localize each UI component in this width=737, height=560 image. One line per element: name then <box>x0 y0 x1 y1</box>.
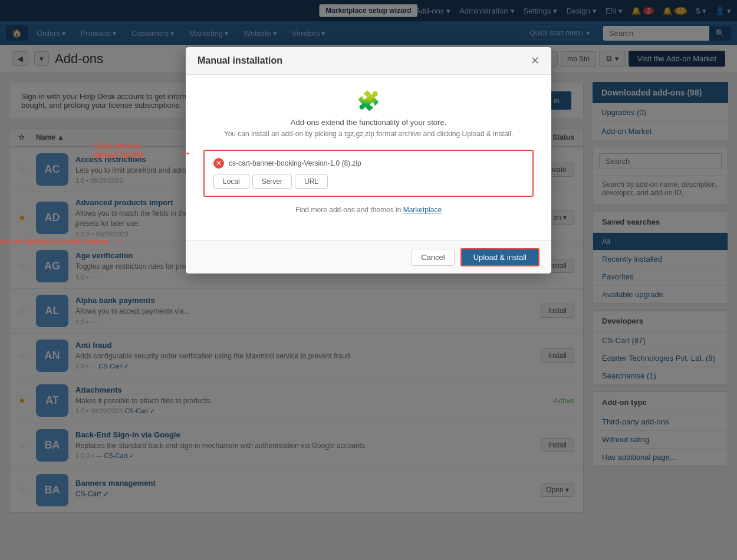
annotation-install: Then click on Upload & install button → <box>0 233 174 247</box>
upload-install-button[interactable]: Upload & install <box>460 248 539 266</box>
modal-marketplace-text: Find more add-ons and themes in Marketpl… <box>203 206 534 214</box>
modal-subdesc: You can install an add-on by picking a t… <box>203 130 534 138</box>
modal-desc: Add-ons extend the functionality of your… <box>203 118 534 127</box>
modal-header: Manual installation ✕ <box>186 47 551 75</box>
modal-overlay: Click here toupload zip file → Then clic… <box>0 0 737 522</box>
url-button[interactable]: URL <box>295 174 328 189</box>
file-input-area: ✕ cs-cart-banner-booking-Version-1.0 (8)… <box>203 150 534 197</box>
modal-title: Manual installation <box>198 55 282 66</box>
local-button[interactable]: Local <box>213 174 249 189</box>
manual-install-modal: Manual installation ✕ 🧩 Add-ons extend t… <box>186 47 551 274</box>
modal-body: 🧩 Add-ons extend the functionality of yo… <box>186 75 551 241</box>
file-name-row: ✕ cs-cart-banner-booking-Version-1.0 (8)… <box>213 158 524 169</box>
modal-footer: Cancel Upload & install <box>186 241 551 274</box>
server-button[interactable]: Server <box>252 174 292 189</box>
modal-close-button[interactable]: ✕ <box>531 54 539 67</box>
modal-wrapper: Click here toupload zip file → Then clic… <box>186 47 551 274</box>
cancel-button[interactable]: Cancel <box>412 249 454 266</box>
marketplace-link[interactable]: Marketplace <box>403 206 442 214</box>
file-source-buttons: Local Server URL <box>213 174 524 189</box>
file-remove-button[interactable]: ✕ <box>213 158 224 169</box>
file-name-text: cs-cart-banner-booking-Version-1.0 (8).z… <box>229 159 361 167</box>
modal-addon-icon: 🧩 <box>203 90 534 112</box>
annotation-upload: Click here toupload zip file → <box>68 141 168 159</box>
